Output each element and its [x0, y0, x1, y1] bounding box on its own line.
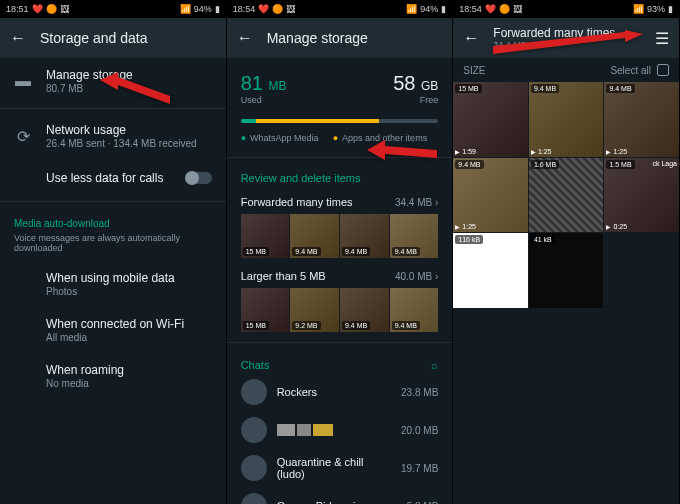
page-title: Manage storage [267, 30, 368, 46]
network-usage-item[interactable]: ⟳ Network usage 26.4 MB sent · 134.4 MB … [0, 113, 226, 159]
page-title: Storage and data [40, 30, 147, 46]
app-bar: ← Forwarded many times 34.4 MB ☰ [453, 18, 679, 58]
media-cell[interactable]: 1.5 MB0:25ck Laga [604, 158, 679, 233]
roaming-item[interactable]: When roamingNo media [0, 353, 226, 399]
media-cell[interactable]: 1.6 MB [529, 158, 604, 233]
forwarded-item[interactable]: Forwarded many times34.4 MB › 15 MB9.4 M… [227, 190, 453, 264]
chat-row[interactable]: Quarantine & chill (ludo)19.7 MB [227, 449, 453, 487]
back-icon[interactable]: ← [237, 29, 253, 47]
screen-storage-data: 18:51❤️🟠🖼 📶94%▮ ← Storage and data ▬ Man… [0, 0, 227, 504]
section-label: Media auto-download [0, 206, 226, 233]
avatar [241, 417, 267, 443]
app-bar: ← Manage storage [227, 18, 453, 58]
media-thumb[interactable]: 9.4 MB [390, 288, 439, 332]
avatar [241, 455, 267, 481]
toggle-switch[interactable] [186, 172, 212, 184]
legend: WhatsApp MediaApps and other items [227, 123, 453, 153]
storage-bar [241, 119, 439, 123]
use-less-data-item[interactable]: Use less data for calls [0, 159, 226, 197]
media-cell[interactable]: 15 MB1:59 [453, 82, 528, 157]
media-cell[interactable]: 9.4 MB1:25 [604, 82, 679, 157]
media-thumb[interactable]: 9.2 MB [290, 288, 339, 332]
manage-storage-item[interactable]: ▬ Manage storage 80.7 MB [0, 58, 226, 104]
media-cell[interactable]: 41 kB [529, 233, 604, 308]
screen-manage-storage: 18:54❤️🟠🖼 📶94%▮ ← Manage storage 81 MBUs… [227, 0, 454, 504]
folder-icon: ▬ [14, 72, 32, 90]
app-bar: ← Storage and data [0, 18, 226, 58]
refresh-icon: ⟳ [14, 127, 32, 145]
media-thumb[interactable]: 15 MB [241, 214, 290, 258]
media-cell[interactable]: 9.4 MB1:25 [453, 158, 528, 233]
wifi-item[interactable]: When connected on Wi-FiAll media [0, 307, 226, 353]
status-bar: 18:54❤️🟠🖼 📶93%▮ [453, 0, 679, 18]
storage-summary: 81 MBUsed 58 GBFree [227, 58, 453, 119]
back-icon[interactable]: ← [463, 29, 479, 47]
media-thumb[interactable]: 15 MB [241, 288, 290, 332]
back-icon[interactable]: ← [10, 29, 26, 47]
media-cell[interactable]: 116 kB [453, 233, 528, 308]
chat-row[interactable]: 20.0 MB [227, 411, 453, 449]
page-title: Forwarded many times [493, 26, 615, 40]
select-bar: SIZE Select all [453, 58, 679, 82]
chats-header: Chats⌕ [227, 347, 453, 373]
status-bar: 18:51❤️🟠🖼 📶94%▮ [0, 0, 226, 18]
review-title: Review and delete items [227, 162, 453, 190]
media-thumb[interactable]: 9.4 MB [390, 214, 439, 258]
chat-row[interactable]: Rockers23.8 MB [227, 373, 453, 411]
status-bar: 18:54❤️🟠🖼 📶94%▮ [227, 0, 453, 18]
avatar [241, 379, 267, 405]
media-thumb[interactable]: 9.4 MB [340, 288, 389, 332]
larger-item[interactable]: Larger than 5 MB40.0 MB › 15 MB9.2 MB9.4… [227, 264, 453, 338]
media-thumb[interactable]: 9.4 MB [340, 214, 389, 258]
screen-forwarded: 18:54❤️🟠🖼 📶93%▮ ← Forwarded many times 3… [453, 0, 680, 504]
media-grid: 15 MB1:599.4 MB1:259.4 MB1:259.4 MB1:251… [453, 82, 679, 308]
avatar [241, 493, 267, 504]
select-all-checkbox[interactable] [657, 64, 669, 76]
chat-row[interactable]: Gaurav Bidasaria5.8 MB [227, 487, 453, 504]
media-thumb[interactable]: 9.4 MB [290, 214, 339, 258]
mobile-data-item[interactable]: When using mobile dataPhotos [0, 261, 226, 307]
media-cell[interactable]: 9.4 MB1:25 [529, 82, 604, 157]
search-icon[interactable]: ⌕ [431, 359, 438, 371]
sort-icon[interactable]: ☰ [655, 29, 669, 48]
size-label: SIZE [463, 65, 485, 76]
